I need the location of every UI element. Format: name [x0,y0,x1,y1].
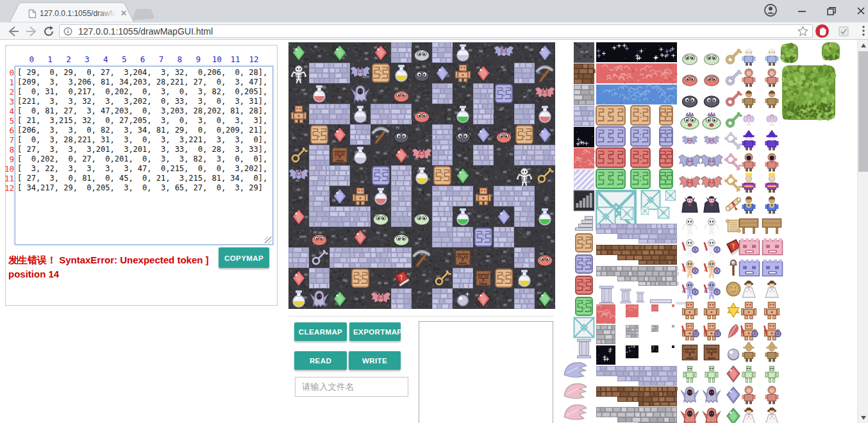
browser-tab[interactable]: 127.0.0.1:1055/drawMa ✕ [9,2,135,22]
close-window-button[interactable] [853,3,868,19]
exportmap-button[interactable]: EXPORTMAP [349,322,401,341]
back-button[interactable] [6,25,21,38]
preview-box [419,321,553,423]
scrollbar-up-icon[interactable] [858,40,868,51]
divider-line [288,316,554,317]
extension-hand-icon[interactable] [815,24,829,37]
url-text[interactable]: 127.0.0.1:1055/drawMapGUI.html [78,26,213,37]
page-content: 0123456789101112 0123456789101112 发生错误！ … [0,40,868,423]
extension-check-icon[interactable] [839,26,853,39]
matrix-panel: 0123456789101112 0123456789101112 发生错误！ … [5,45,278,306]
copymap-button[interactable]: COPYMAP [219,247,269,268]
scrollbar-thumb[interactable] [858,51,868,172]
tab-close-icon[interactable]: ✕ [119,9,128,18]
scrollbar-down-icon[interactable] [858,412,868,423]
clearmap-button[interactable]: CLEARMAP [294,322,347,341]
write-button[interactable]: WRITE [349,351,401,370]
tileset-canvas[interactable] [562,42,841,423]
tab-strip: 127.0.0.1:1055/drawMa ✕ [0,0,868,22]
refresh-button[interactable] [42,25,56,38]
restore-button[interactable] [823,3,840,19]
read-button[interactable]: READ [294,351,347,370]
map-canvas[interactable] [288,42,555,309]
page-info-icon[interactable] [63,27,78,40]
filename-input[interactable] [295,377,408,397]
profile-icon[interactable] [763,3,778,21]
map-matrix-textarea[interactable] [15,66,273,245]
bookmark-star-icon[interactable] [797,26,812,38]
new-tab-button[interactable] [130,8,156,23]
browser-window: 127.0.0.1:1055/drawMa ✕ 127.0.0.1:1055 [0,0,868,423]
menu-dots-icon[interactable] [859,25,868,38]
forward-button[interactable] [24,25,38,38]
page-favicon-icon [28,9,37,21]
minimize-button[interactable] [794,3,810,19]
page-scrollbar[interactable] [857,40,868,423]
error-message: 发生错误！ SyntaxError: Unexpected token ] po… [8,253,220,281]
